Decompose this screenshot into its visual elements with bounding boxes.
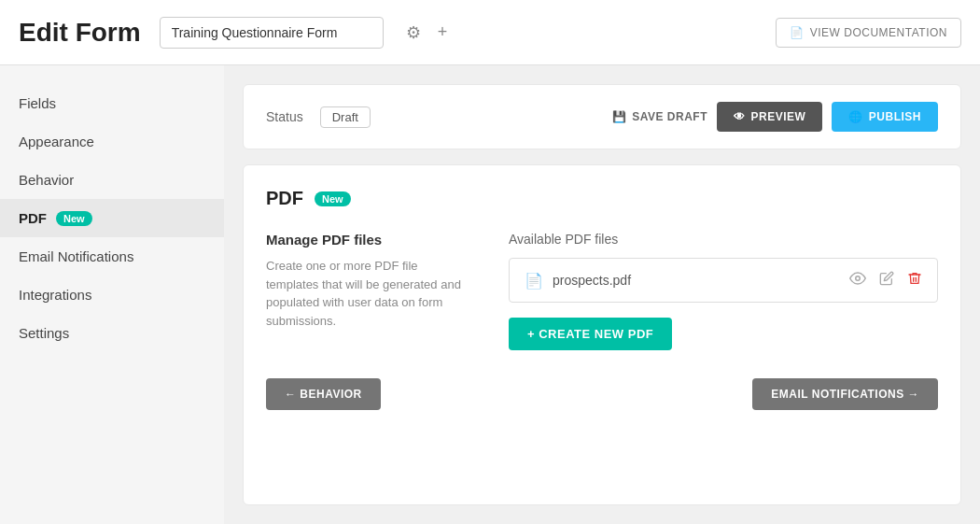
- sidebar-item-integrations[interactable]: Integrations: [0, 276, 224, 314]
- manage-pdf-desc: Create one or more PDF file templates th…: [266, 257, 471, 330]
- publish-button[interactable]: 🌐 PUBLISH: [832, 102, 938, 132]
- sidebar-item-pdf[interactable]: PDF New: [0, 199, 224, 237]
- next-email-notifications-button[interactable]: EMAIL NOTIFICATIONS →: [752, 378, 938, 410]
- page-title: Edit Form: [19, 18, 141, 48]
- svg-point-0: [856, 276, 861, 281]
- save-draft-icon: 💾: [612, 110, 627, 123]
- preview-label: PREVIEW: [750, 110, 805, 123]
- gear-icon[interactable]: ⚙: [402, 19, 425, 47]
- available-pdf-section: Available PDF files 📄 prospects.pdf: [509, 232, 938, 350]
- back-behavior-button[interactable]: ← BEHAVIOR: [266, 378, 381, 410]
- plus-icon[interactable]: +: [434, 19, 452, 46]
- create-new-pdf-button[interactable]: + CREATE NEW PDF: [509, 318, 672, 350]
- status-label: Status: [266, 109, 303, 124]
- sidebar-item-behavior[interactable]: Behavior: [0, 161, 224, 199]
- publish-label: PUBLISH: [869, 110, 921, 123]
- sidebar-item-label: Fields: [19, 95, 56, 111]
- status-badge: Draft: [320, 106, 371, 128]
- pdf-header: PDF New: [266, 188, 938, 209]
- save-draft-button[interactable]: 💾 SAVE DRAFT: [612, 110, 707, 123]
- pdf-section-title: PDF: [266, 188, 303, 209]
- pdf-file-row: 📄 prospects.pdf: [509, 258, 938, 303]
- sidebar-item-label: Settings: [19, 325, 69, 341]
- form-name-input[interactable]: [160, 17, 384, 49]
- sidebar-item-settings[interactable]: Settings: [0, 314, 224, 352]
- view-documentation-button[interactable]: 📄 VIEW DOCUMENTATION: [776, 18, 961, 48]
- sidebar-item-label: Integrations: [19, 287, 91, 303]
- sidebar-item-appearance[interactable]: Appearance: [0, 122, 224, 161]
- available-pdf-title: Available PDF files: [509, 232, 938, 247]
- view-pdf-button[interactable]: [849, 270, 866, 290]
- manage-pdf-section: Manage PDF files Create one or more PDF …: [266, 232, 471, 350]
- sidebar-item-fields[interactable]: Fields: [0, 84, 224, 122]
- sidebar-item-label: PDF: [19, 210, 47, 226]
- edit-pdf-button[interactable]: [879, 271, 894, 290]
- sidebar: Fields Appearance Behavior PDF New Email…: [0, 65, 224, 524]
- header: Edit Form ⚙ + 📄 VIEW DOCUMENTATION: [0, 0, 980, 65]
- delete-pdf-button[interactable]: [907, 271, 922, 290]
- preview-button[interactable]: 👁 PREVIEW: [717, 102, 822, 132]
- pdf-section-badge: New: [315, 191, 351, 206]
- docs-icon: 📄: [790, 26, 805, 39]
- body: Fields Appearance Behavior PDF New Email…: [0, 65, 980, 524]
- pdf-content: Manage PDF files Create one or more PDF …: [266, 232, 938, 350]
- sidebar-item-email-notifications[interactable]: Email Notifications: [0, 237, 224, 276]
- status-actions: 💾 SAVE DRAFT 👁 PREVIEW 🌐 PUBLISH: [612, 102, 938, 132]
- pdf-new-badge: New: [56, 211, 92, 226]
- sidebar-item-label: Appearance: [19, 134, 94, 149]
- preview-icon: 👁: [734, 110, 746, 123]
- navigation-buttons: ← BEHAVIOR EMAIL NOTIFICATIONS →: [266, 378, 938, 410]
- sidebar-item-label: Behavior: [19, 172, 74, 188]
- manage-pdf-title: Manage PDF files: [266, 232, 471, 248]
- pdf-file-name: prospects.pdf: [553, 273, 840, 288]
- pdf-action-icons: [849, 270, 922, 290]
- view-docs-label: VIEW DOCUMENTATION: [810, 26, 947, 39]
- save-draft-label: SAVE DRAFT: [632, 110, 707, 123]
- status-bar: Status Draft 💾 SAVE DRAFT 👁 PREVIEW 🌐 PU…: [243, 84, 961, 149]
- main-content: Status Draft 💾 SAVE DRAFT 👁 PREVIEW 🌐 PU…: [224, 65, 980, 524]
- pdf-section: PDF New Manage PDF files Create one or m…: [243, 164, 961, 505]
- pdf-file-icon: 📄: [525, 272, 543, 290]
- publish-icon: 🌐: [848, 110, 863, 123]
- header-icons: ⚙ +: [402, 19, 452, 47]
- sidebar-item-label: Email Notifications: [19, 248, 133, 264]
